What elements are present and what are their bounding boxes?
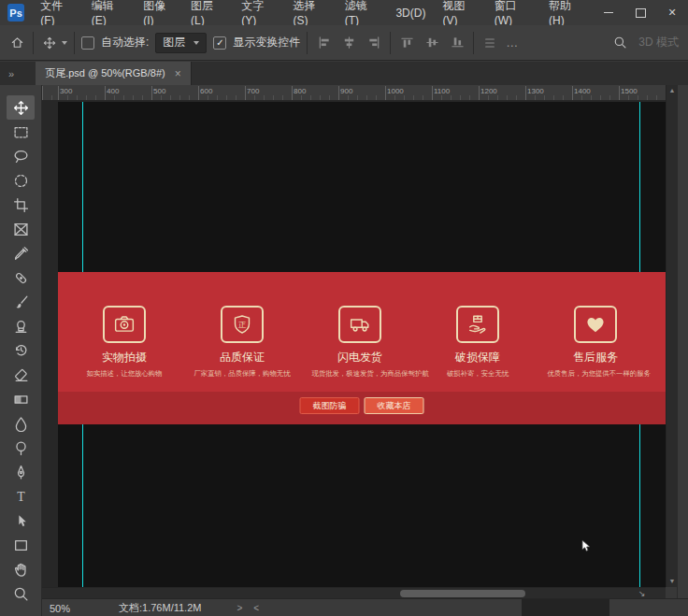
move-tool-icon (13, 100, 29, 116)
marquee-tool[interactable] (7, 120, 35, 144)
separator (33, 32, 34, 54)
crop-tool[interactable] (7, 193, 35, 217)
dodge-tool[interactable] (7, 436, 35, 460)
feature-item: 正品质保证厂家直销，品质保障，购物无忧 (190, 306, 294, 379)
menu-item-4[interactable]: 文字(Y) (233, 0, 284, 25)
history-brush-tool[interactable] (7, 338, 35, 363)
menu-item-8[interactable]: 视图(V) (434, 0, 485, 25)
zoom-level-field[interactable]: 50% (50, 603, 81, 614)
pen-tool-icon (13, 465, 29, 480)
horizontal-ruler: 3004005006007008009001000110012001300140… (42, 85, 666, 101)
maximize-button[interactable] (624, 0, 656, 25)
ruler-number: 400 (107, 87, 119, 95)
shield-icon: 正 (232, 314, 252, 335)
auto-select-checkbox[interactable] (81, 36, 94, 50)
auto-select-target-value: 图层 (163, 35, 185, 50)
status-dark-patch (522, 599, 609, 616)
ruler-number: 1400 (574, 87, 591, 95)
distribute-icon[interactable] (480, 33, 499, 53)
align-top-icon[interactable] (397, 33, 416, 53)
menu-item-10[interactable]: 帮助(H) (540, 0, 593, 25)
path-selection-tool-icon (13, 513, 29, 529)
panel-collapse-icon[interactable]: » (0, 62, 20, 85)
align-options-button[interactable]: … (506, 40, 519, 45)
menu-item-9[interactable]: 窗口(W) (486, 0, 540, 25)
horizontal-scrollbar-thumb[interactable] (400, 590, 525, 597)
document-canvas[interactable]: 实物拍摄如实描述，让您放心购物正品质保证厂家直销，品质保障，购物无忧闪电发货现货… (58, 102, 666, 587)
banner-buttons: 截图防骗收藏本店 (300, 397, 424, 414)
brush-tool[interactable] (7, 290, 35, 314)
ruler-number: 1300 (527, 87, 544, 95)
move-tool-icon (40, 33, 59, 53)
status-back-chevron[interactable]: < (253, 603, 259, 613)
document-info: 文档:1.76M/11.2M (119, 601, 201, 615)
clone-stamp-tool[interactable] (7, 314, 35, 338)
hand-tool[interactable] (7, 557, 35, 581)
eyedropper-tool[interactable] (7, 241, 35, 265)
truck-icon (350, 314, 370, 335)
pen-tool[interactable] (7, 460, 35, 484)
menu-item-6[interactable]: 滤镜(T) (337, 0, 388, 25)
frame-tool[interactable] (7, 217, 35, 241)
gradient-tool-icon (13, 392, 29, 408)
status-popup-chevron[interactable]: > (236, 603, 242, 613)
align-right-icon[interactable] (365, 33, 383, 53)
path-selection-tool[interactable] (7, 509, 35, 533)
gradient-tool[interactable] (7, 387, 35, 411)
ruler-number: 1100 (434, 87, 450, 95)
search-icon[interactable] (610, 33, 629, 53)
current-tool-dropdown[interactable] (40, 33, 67, 53)
camera-icon (114, 314, 135, 335)
show-transform-checkbox[interactable]: ✓ (213, 36, 226, 50)
ruler-number: 1500 (621, 87, 638, 95)
feature-desc: 厂家直销，品质保障，购物无忧 (194, 368, 290, 378)
rectangle-tool-icon (13, 537, 29, 553)
zoom-tool[interactable] (7, 581, 35, 606)
blur-tool-icon (13, 416, 29, 432)
feature-title: 实物拍摄 (72, 350, 177, 365)
close-icon: ✕ (667, 7, 676, 18)
menu-item-3[interactable]: 图层(L) (182, 0, 233, 25)
ruler-number: 300 (60, 87, 72, 95)
care-icon (467, 314, 488, 335)
minimize-button[interactable] (593, 0, 624, 25)
feature-icon-box: 正 (221, 306, 264, 343)
show-transform-label: 显示变换控件 (233, 35, 300, 50)
align-center-icon[interactable] (339, 33, 358, 53)
type-tool[interactable]: T (7, 484, 35, 509)
align-bottom-icon[interactable] (448, 33, 466, 53)
align-left-icon[interactable] (314, 33, 333, 53)
lasso-tool[interactable] (7, 144, 35, 168)
banner-button-1: 收藏本店 (365, 397, 424, 414)
separator (74, 32, 75, 54)
menu-item-0[interactable]: 文件(F) (32, 0, 83, 25)
ruler-number: 700 (247, 87, 259, 95)
svg-text:正: 正 (238, 321, 247, 329)
close-button[interactable]: ✕ (656, 0, 688, 25)
feature-desc: 现货批发，极速发货，为商品保驾护航 (311, 368, 408, 378)
feature-icon-box (456, 306, 499, 343)
blur-tool[interactable] (7, 411, 35, 436)
document-tab[interactable]: 页尾.psd @ 50%(RGB/8#) × (36, 62, 192, 85)
menu-item-1[interactable]: 编辑(E) (83, 0, 135, 25)
menu-item-5[interactable]: 选择(S) (284, 0, 336, 25)
canvas-area[interactable]: 实物拍摄如实描述，让您放心购物正品质保证厂家直销，品质保障，购物无忧闪电发货现货… (42, 100, 666, 587)
hand-tool-icon (13, 562, 29, 578)
crop-tool-icon (13, 197, 29, 213)
home-icon[interactable] (7, 33, 26, 53)
ruler-number: 800 (294, 87, 306, 95)
object-selection-tool-icon (13, 173, 29, 189)
rectangle-tool[interactable] (7, 533, 35, 557)
auto-select-target-dropdown[interactable]: 图层 (155, 33, 207, 53)
footer-banner-artwork: 实物拍摄如实描述，让您放心购物正品质保证厂家直销，品质保障，购物无忧闪电发货现货… (58, 272, 666, 424)
move-tool[interactable] (7, 95, 35, 120)
healing-brush-tool-icon (13, 270, 29, 286)
eraser-tool[interactable] (7, 363, 35, 387)
healing-brush-tool[interactable] (7, 265, 35, 290)
object-selection-tool[interactable] (7, 168, 35, 193)
align-middle-icon[interactable] (423, 33, 441, 53)
tab-close-icon[interactable]: × (175, 68, 181, 79)
menu-item-7[interactable]: 3D(D) (387, 0, 434, 25)
menu-item-2[interactable]: 图像(I) (135, 0, 182, 25)
banner-button-0: 截图防骗 (300, 397, 360, 414)
